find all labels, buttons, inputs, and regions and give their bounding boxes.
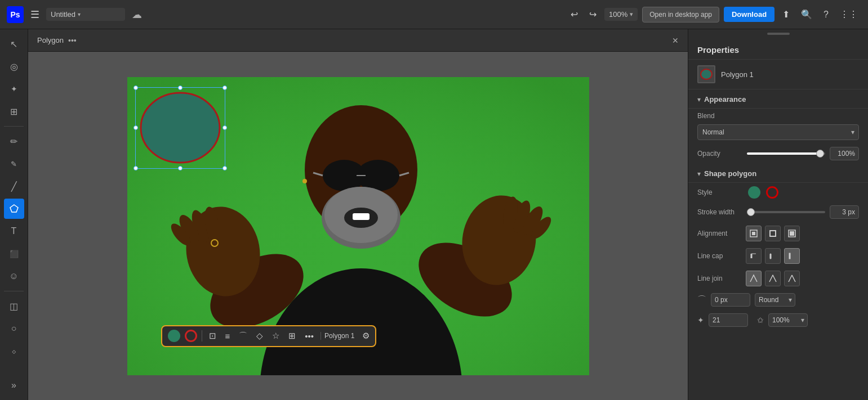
star-sides-input[interactable] — [709, 313, 748, 327]
zoom-value: 100% — [609, 10, 627, 19]
download-button[interactable]: Download — [724, 7, 774, 22]
ctx-transform-button[interactable]: ⊡ — [207, 330, 219, 342]
star-ratio-icon: ✩ — [757, 316, 764, 325]
line-cap-label: Line cap — [697, 252, 742, 260]
tool-transform[interactable]: ⬦ — [4, 341, 24, 361]
ctx-artboard-button[interactable]: ⊞ — [286, 330, 298, 342]
ctx-curve-button[interactable]: ⌒ — [237, 330, 250, 343]
stroke-width-input[interactable] — [830, 205, 859, 219]
topbar: Ps ☰ Untitled ▾ ☁ ↩ ↪ 100% ▾ Open in des… — [0, 0, 868, 29]
zoom-area[interactable]: 100% ▾ — [604, 8, 638, 21]
appearance-section-title: Appearance — [704, 95, 746, 104]
canvas-header: Polygon ••• ✕ — [28, 29, 688, 52]
canvas-close-icon[interactable]: ✕ — [672, 36, 679, 45]
corner-radius-icon: ⌒ — [697, 294, 706, 306]
svg-point-19 — [302, 179, 307, 183]
panel-scroll-indicator — [767, 33, 790, 35]
ctx-options-button[interactable]: ⚙ — [362, 331, 370, 341]
tool-shape[interactable] — [4, 199, 24, 219]
canvas-area: Polygon ••• ✕ — [28, 29, 688, 400]
ctx-stroke-color[interactable] — [185, 330, 197, 342]
ctx-align-button[interactable]: ≡ — [223, 330, 233, 342]
tool-add-content[interactable]: ⊞ — [4, 101, 24, 122]
tool-eyedropper[interactable]: ✏ — [4, 131, 24, 151]
cap-butt-button[interactable] — [746, 248, 762, 264]
tool-lasso[interactable]: ◎ — [4, 56, 24, 77]
help-icon[interactable]: ? — [820, 7, 832, 22]
join-miter-button[interactable] — [746, 271, 762, 286]
tool-text[interactable]: T — [4, 221, 24, 241]
blend-select-wrapper[interactable]: Normal Dissolve Multiply Screen Overlay — [697, 124, 859, 140]
tool-patch[interactable]: ⬛ — [4, 244, 24, 264]
tool-magic-wand[interactable]: ✦ — [4, 79, 24, 99]
opacity-input[interactable] — [830, 147, 859, 160]
canvas-tab-more[interactable]: ••• — [68, 36, 77, 45]
line-join-row: Line join — [688, 267, 868, 290]
fill-color-swatch[interactable] — [748, 186, 760, 199]
join-bevel-button[interactable] — [784, 271, 800, 286]
svg-rect-35 — [790, 231, 794, 236]
cap-square-button[interactable] — [784, 248, 800, 264]
stroke-width-thumb[interactable] — [747, 208, 755, 216]
corner-type-select[interactable]: Round Smooth Inverted — [755, 293, 795, 307]
apps-icon[interactable]: ⋮⋮ — [836, 7, 861, 22]
cap-round-button[interactable] — [765, 248, 781, 264]
opacity-row: Opacity — [688, 143, 868, 164]
tool-eyedropper2[interactable]: ◫ — [4, 296, 24, 316]
tool-brush[interactable]: ╱ — [4, 176, 24, 196]
hamburger-menu[interactable]: ☰ — [28, 6, 42, 23]
stroke-width-label: Stroke width — [697, 208, 742, 216]
ctx-star-button[interactable]: ☆ — [270, 330, 282, 342]
blend-mode-row: Blend — [688, 109, 868, 123]
doc-name-area[interactable]: Untitled ▾ — [46, 8, 125, 21]
tool-circle[interactable]: ○ — [4, 318, 24, 339]
tool-face[interactable]: ☺ — [4, 266, 24, 286]
shape-polygon-header[interactable]: ▾ Shape polygon — [688, 164, 868, 183]
corner-radius-row: ⌒ Round Smooth Inverted — [688, 290, 868, 310]
undo-button[interactable]: ↩ — [567, 7, 581, 22]
shape-polygon-title: Shape polygon — [704, 169, 756, 178]
layer-name: Polygon 1 — [721, 70, 754, 79]
left-toolbar: ↖ ◎ ✦ ⊞ ✏ ✎ ╱ T ⬛ ☺ ◫ ○ ⬦ » — [0, 29, 28, 400]
canvas-tab-name: Polygon — [37, 36, 64, 44]
opacity-slider[interactable] — [747, 152, 825, 155]
corner-type-select-wrapper[interactable]: Round Smooth Inverted — [755, 293, 795, 307]
redo-button[interactable]: ↪ — [586, 7, 600, 22]
stroke-color-swatch[interactable] — [766, 186, 778, 199]
cloud-icon: ☁ — [132, 8, 142, 21]
share-icon[interactable]: ⬆ — [779, 7, 793, 22]
tool-select[interactable]: ↖ — [4, 34, 24, 54]
right-panel: Properties Polygon 1 ▾ Appearance Blend — [688, 29, 868, 400]
svg-point-31 — [701, 69, 712, 79]
align-outside-button[interactable] — [784, 226, 800, 241]
star-ratio-input[interactable] — [768, 313, 808, 327]
open-desktop-button[interactable]: Open in desktop app — [642, 7, 719, 23]
doc-name: Untitled — [51, 10, 75, 19]
star-row: ✦ ✩ — [688, 310, 868, 330]
alignment-label: Alignment — [697, 230, 742, 237]
main-area: ↖ ◎ ✦ ⊞ ✏ ✎ ╱ T ⬛ ☺ ◫ ○ ⬦ » Polygon ••• … — [0, 29, 868, 400]
stroke-width-row: Stroke width — [688, 202, 868, 222]
corner-radius-input[interactable] — [711, 293, 750, 307]
polygon-shape[interactable] — [135, 87, 225, 169]
align-inside-button[interactable] — [746, 226, 762, 241]
appearance-section-header[interactable]: ▾ Appearance — [688, 89, 868, 109]
ctx-fill-color[interactable] — [168, 330, 180, 342]
alignment-row: Alignment — [688, 222, 868, 245]
canvas-viewport[interactable]: ⊡ ≡ ⌒ ◇ ☆ ⊞ ••• Polygon 1 ⚙ — [28, 52, 688, 400]
tool-smart-brush[interactable]: ✎ — [4, 154, 24, 174]
svg-point-29 — [141, 93, 220, 163]
search-icon[interactable]: 🔍 — [798, 7, 816, 22]
stroke-width-slider[interactable] — [747, 211, 825, 213]
join-round-button[interactable] — [765, 271, 781, 286]
blend-select-row: Normal Dissolve Multiply Screen Overlay — [688, 123, 868, 143]
blend-mode-select[interactable]: Normal Dissolve Multiply Screen Overlay — [697, 124, 859, 140]
align-center-button[interactable] — [765, 226, 781, 241]
ctx-more-button[interactable]: ••• — [302, 330, 316, 342]
opacity-slider-thumb[interactable] — [816, 150, 824, 158]
ctx-points-button[interactable]: ◇ — [254, 330, 265, 342]
star-ratio-wrapper[interactable] — [768, 313, 808, 327]
expand-toolbar-button[interactable]: » — [4, 375, 24, 395]
line-cap-row: Line cap — [688, 245, 868, 267]
photo-canvas[interactable]: ⊡ ≡ ⌒ ◇ ☆ ⊞ ••• Polygon 1 ⚙ — [127, 77, 589, 375]
